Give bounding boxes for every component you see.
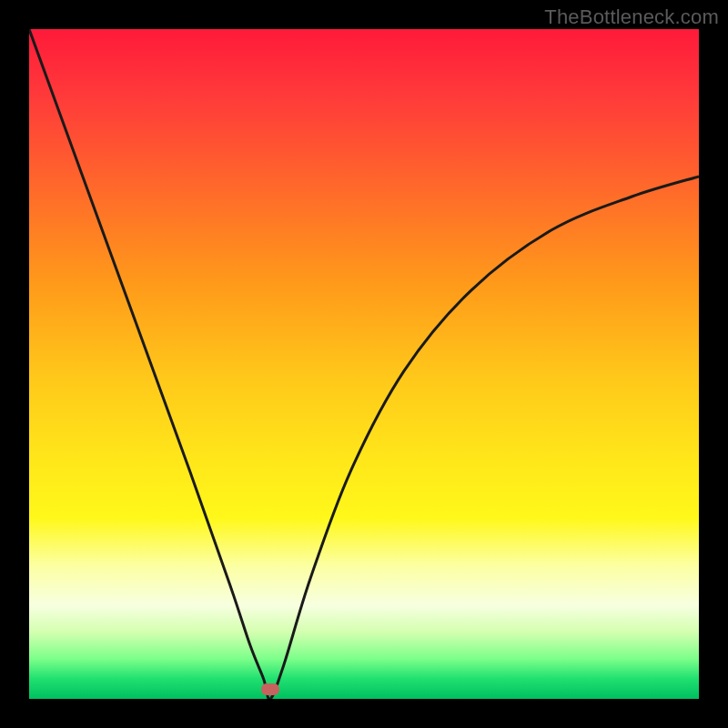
optimal-point-marker bbox=[261, 683, 279, 695]
chart-frame: TheBottleneck.com bbox=[0, 0, 728, 728]
bottleneck-curve bbox=[29, 29, 699, 699]
watermark-text: TheBottleneck.com bbox=[544, 5, 719, 29]
plot-area bbox=[29, 29, 699, 699]
curve-path bbox=[29, 29, 699, 699]
